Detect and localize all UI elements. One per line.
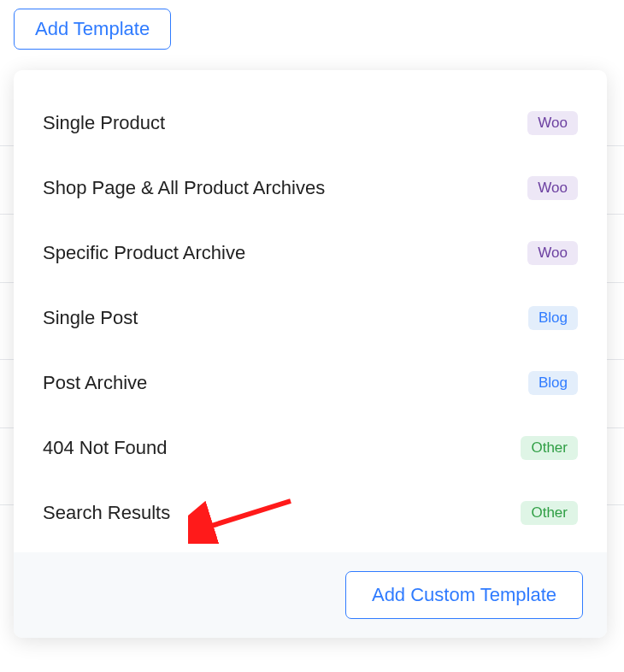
template-list: Single Product Woo Shop Page & All Produ… [14, 70, 607, 552]
template-item-search-results[interactable]: Search Results Other [14, 480, 607, 545]
template-item-badge: Blog [528, 306, 578, 330]
template-item-single-product[interactable]: Single Product Woo [14, 85, 607, 156]
template-item-post-archive[interactable]: Post Archive Blog [14, 351, 607, 416]
template-dropdown: Single Product Woo Shop Page & All Produ… [14, 70, 607, 638]
template-item-badge: Other [521, 501, 578, 525]
template-item-badge: Woo [527, 111, 578, 135]
add-custom-template-button[interactable]: Add Custom Template [345, 571, 583, 619]
add-template-button-label: Add Template [35, 18, 150, 39]
template-item-shop-archives[interactable]: Shop Page & All Product Archives Woo [14, 156, 607, 221]
template-item-label: Shop Page & All Product Archives [43, 177, 325, 199]
template-item-badge: Other [521, 436, 578, 460]
add-custom-template-button-label: Add Custom Template [372, 584, 556, 605]
add-template-button[interactable]: Add Template [14, 9, 171, 50]
template-item-badge: Blog [528, 371, 578, 395]
template-item-specific-product-archive[interactable]: Specific Product Archive Woo [14, 221, 607, 286]
dropdown-footer: Add Custom Template [14, 552, 607, 638]
template-item-label: Post Archive [43, 372, 147, 394]
template-item-label: Specific Product Archive [43, 242, 245, 264]
template-item-single-post[interactable]: Single Post Blog [14, 286, 607, 351]
template-item-badge: Woo [527, 241, 578, 265]
template-item-label: Single Post [43, 307, 138, 329]
template-item-404[interactable]: 404 Not Found Other [14, 416, 607, 480]
template-item-label: 404 Not Found [43, 437, 168, 459]
template-item-label: Search Results [43, 502, 170, 524]
template-item-badge: Woo [527, 176, 578, 200]
template-item-label: Single Product [43, 112, 165, 134]
